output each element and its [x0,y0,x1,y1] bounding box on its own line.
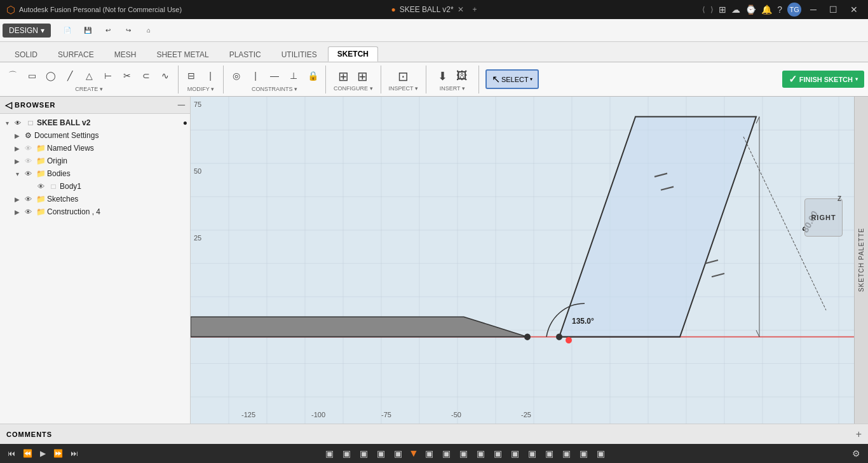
timeline-icon14[interactable]: ▣ [560,447,573,460]
root-visibility-icon[interactable]: 👁 [13,118,23,128]
timeline-icon15[interactable]: ▣ [577,447,590,460]
root-toggle-icon[interactable]: ▾ [3,120,11,127]
nav-back-icon[interactable]: ⟨ [702,5,705,14]
timeline-icon12[interactable]: ▣ [526,447,539,460]
timeline-icon1[interactable]: ▣ [323,447,336,460]
timeline-icon3[interactable]: ▣ [357,447,370,460]
tab-mesh[interactable]: MESH [105,47,146,62]
tree-named-views[interactable]: ▶ 👁 📁 Named Views [0,142,190,155]
timeline-icon10[interactable]: ▣ [491,447,505,460]
vertical-icon[interactable]: | [247,67,264,85]
finish-sketch-button[interactable]: ✓ FINISH SKETCH ▾ [782,71,864,88]
timeline-icon2[interactable]: ▣ [340,447,353,460]
timeline-icon4[interactable]: ▣ [374,447,388,460]
horizontal-icon[interactable]: — [266,67,283,85]
origin-toggle-icon[interactable]: ▶ [13,158,22,165]
close-btn[interactable]: ✕ [846,3,862,16]
inspect-group[interactable]: ⊡ INSPECT ▾ [385,66,422,93]
tab-surface[interactable]: SURFACE [48,47,104,62]
tree-bodies[interactable]: ▾ 👁 📁 Bodies [0,167,190,180]
insert-group[interactable]: ⬇ 🖼 INSERT ▾ [430,66,475,93]
browser-minus-icon[interactable]: ─ [178,99,185,111]
tab-utilities[interactable]: UTILITIES [272,47,327,62]
viewport[interactable]: 80.00 135.0° 75 50 25 -125 -100 -75 -50 … [191,97,868,424]
first-frame-btn[interactable]: ⏮ [5,448,18,459]
circle-tool-icon[interactable]: ◯ [42,67,60,85]
tab-solid[interactable]: SOLID [5,47,47,62]
line-tool-icon[interactable]: ╱ [61,67,79,85]
doc-toggle-icon[interactable]: ▶ [13,132,22,139]
tree-root-item[interactable]: ▾ 👁 □ SKEE BALL v2 ● [0,116,190,129]
body1-eye-icon[interactable]: 👁 [36,181,46,191]
notification-icon[interactable]: 🔔 [761,4,772,15]
perpendicular-icon[interactable]: ⊥ [285,67,302,85]
construct-icon[interactable]: ⊟ [182,67,200,85]
sketch-palette-panel[interactable]: SKETCH PALETTE [854,97,868,424]
timeline-icon11[interactable]: ▣ [508,447,522,460]
arc-tool-icon[interactable]: ⌒ [4,67,22,85]
bodies-toggle-icon[interactable]: ▾ [13,170,22,177]
save-icon[interactable]: 💾 [79,21,97,40]
dimension-tool-icon[interactable]: ⊢ [99,67,117,85]
views-toggle-icon[interactable]: ▶ [13,145,22,152]
constraints-label[interactable]: CONSTRAINTS ▾ [252,86,297,92]
new-tab-icon[interactable]: + [473,5,477,14]
design-button[interactable]: DESIGN ▾ [3,24,51,38]
modify-label[interactable]: MODIFY ▾ [187,86,214,92]
timeline-icon16[interactable]: ▣ [594,447,607,460]
nav-forward-icon[interactable]: ⟩ [710,5,714,14]
configure-group[interactable]: ⊞ ⊞ CONFIGURE ▾ [330,66,377,93]
play-btn[interactable]: ▶ [37,448,48,459]
views-eye-icon[interactable]: 👁 [23,143,33,153]
create-label[interactable]: CREATE ▾ [75,86,102,92]
tree-sketches[interactable]: ▶ 👁 📁 Sketches [0,193,190,205]
view-cube[interactable]: RIGHT [804,198,843,237]
scissors-icon[interactable]: ✂ [118,67,136,85]
offset-icon[interactable]: ⊂ [137,67,155,85]
timeline-icon9[interactable]: ▣ [474,447,487,460]
minimize-btn[interactable]: ─ [806,3,820,16]
tree-origin[interactable]: ▶ 👁 📁 Origin [0,155,190,167]
prev-frame-btn[interactable]: ⏪ [20,448,35,459]
tab-sketch[interactable]: SKETCH [328,46,378,62]
origin-eye-icon[interactable]: 👁 [23,156,33,166]
coincident-icon[interactable]: ◎ [227,67,245,85]
browser-collapse-icon[interactable]: ◁ [5,100,12,110]
construction-toggle-icon[interactable]: ▶ [13,209,22,216]
help-icon[interactable]: ? [777,4,782,15]
tab-sheet-metal[interactable]: SHEET METAL [147,47,218,62]
grid-icon[interactable]: ⊞ [719,4,726,15]
polygon-tool-icon[interactable]: △ [80,67,98,85]
timeline-icon8[interactable]: ▣ [457,447,470,460]
bodies-eye-icon[interactable]: 👁 [23,169,33,179]
tab-plastic[interactable]: PLASTIC [220,47,271,62]
settings-btn[interactable]: ⚙ [850,447,863,460]
modify2-icon[interactable]: | [201,67,219,85]
undo-icon[interactable]: ↩ [99,21,117,40]
root-options-icon[interactable]: ● [183,118,187,127]
rectangle-tool-icon[interactable]: ▭ [23,67,41,85]
last-frame-btn[interactable]: ⏭ [68,448,81,459]
tree-doc-settings[interactable]: ▶ ⚙ Document Settings [0,129,190,142]
new-icon[interactable]: 📄 [58,21,76,40]
construction-eye-icon[interactable]: 👁 [23,207,33,217]
home-icon[interactable]: ⌂ [140,21,158,40]
select-button[interactable]: ↖ SELECT ▾ [485,69,539,89]
timeline-icon6[interactable]: ▣ [423,447,436,460]
user-avatar[interactable]: TG [787,3,801,17]
spline-icon[interactable]: ∿ [156,67,174,85]
cloud-icon[interactable]: ☁ [731,4,740,15]
tree-body1[interactable]: 👁 □ Body1 [0,180,190,193]
redo-icon[interactable]: ↪ [119,21,137,40]
timeline-icon13[interactable]: ▣ [543,447,556,460]
comments-add-icon[interactable]: + [856,429,862,440]
next-frame-btn[interactable]: ⏩ [51,448,65,459]
timeline-icon5[interactable]: ▣ [391,447,405,460]
lock-icon[interactable]: 🔒 [304,67,322,85]
sketches-toggle-icon[interactable]: ▶ [13,196,22,203]
history-icon[interactable]: ⌚ [745,4,756,15]
sketches-eye-icon[interactable]: 👁 [23,194,33,204]
timeline-icon7[interactable]: ▣ [440,447,453,460]
close-tab-icon[interactable]: ✕ [458,5,464,14]
tree-construction[interactable]: ▶ 👁 📁 Construction , 4 [0,205,190,218]
